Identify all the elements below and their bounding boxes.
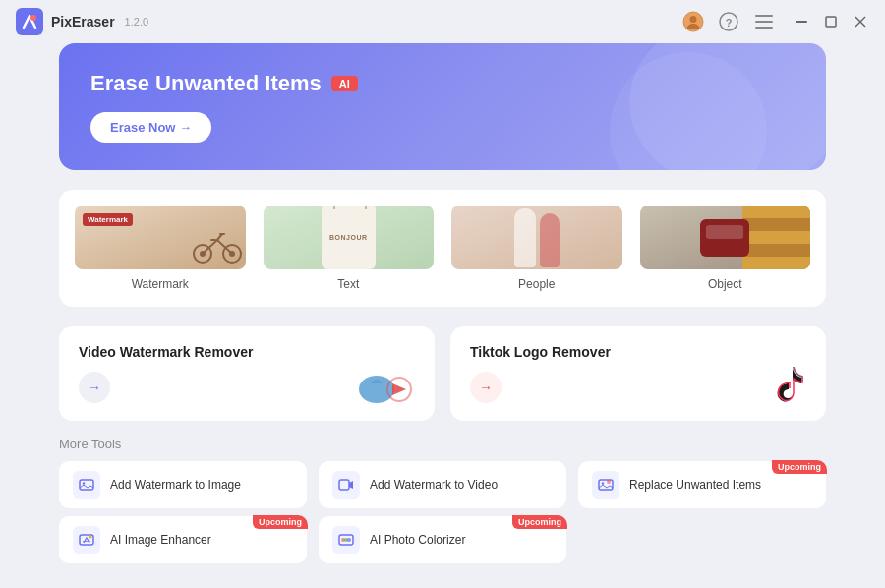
add-watermark-image-icon xyxy=(73,471,100,499)
svg-rect-10 xyxy=(826,17,836,27)
profile-icon[interactable] xyxy=(682,11,704,32)
tiktok-logo-button[interactable]: → xyxy=(470,372,502,403)
more-tools-section: More Tools Add Watermark to Image xyxy=(59,437,826,563)
svg-point-1 xyxy=(30,15,36,21)
svg-rect-8 xyxy=(755,27,773,29)
svg-point-24 xyxy=(602,482,604,484)
upcoming-badge-2: Upcoming xyxy=(253,515,308,529)
people-thumbnail xyxy=(451,206,622,269)
svg-rect-7 xyxy=(755,21,773,23)
tiktok-logo-card[interactable]: Tiktok Logo Remover → xyxy=(450,326,826,421)
svg-rect-9 xyxy=(796,21,807,23)
add-watermark-video-item[interactable]: Add Watermark to Video xyxy=(319,461,566,508)
titlebar: PixEraser 1.2.0 ? xyxy=(0,0,885,43)
ai-photo-colorizer-label: AI Photo Colorizer xyxy=(370,533,465,547)
help-icon[interactable]: ? xyxy=(718,11,739,32)
tool-cards-section: Video Watermark Remover → Tiktok Logo Re… xyxy=(59,326,826,421)
replace-unwanted-item[interactable]: Upcoming Replace Unwanted Items xyxy=(578,461,826,508)
watermark-label: Watermark xyxy=(132,277,189,291)
more-tools-label: More Tools xyxy=(59,437,826,451)
bike-icon xyxy=(193,226,242,265)
ai-image-enhancer-label: AI Image Enhancer xyxy=(110,533,211,547)
add-watermark-video-icon xyxy=(332,471,360,499)
svg-rect-0 xyxy=(16,8,43,35)
app-name: PixEraser xyxy=(51,14,115,29)
hero-banner: Erase Unwanted Items AI Erase Now → xyxy=(59,43,826,170)
svg-rect-6 xyxy=(755,15,773,17)
replace-unwanted-icon xyxy=(592,471,620,499)
video-icon xyxy=(355,366,419,411)
window-controls xyxy=(793,13,869,30)
category-object[interactable]: Object xyxy=(640,206,811,291)
svg-marker-18 xyxy=(392,383,406,395)
erase-now-button[interactable]: Erase Now → xyxy=(90,112,211,143)
ai-badge: AI xyxy=(331,76,358,91)
menu-icon[interactable] xyxy=(753,11,775,32)
ai-photo-colorizer-item[interactable]: Upcoming AI Photo Colorizer xyxy=(319,516,566,563)
ai-image-enhancer-item[interactable]: Upcoming AI Image Enhancer xyxy=(59,516,307,563)
watermark-thumbnail: Watermark xyxy=(75,206,246,269)
category-watermark[interactable]: Watermark Watermark xyxy=(75,206,246,291)
upcoming-badge-1: Upcoming xyxy=(772,460,827,474)
video-watermark-button[interactable]: → xyxy=(79,372,110,403)
text-label: Text xyxy=(337,277,359,291)
person-2-shape xyxy=(540,213,560,267)
app-logo-icon xyxy=(16,8,43,35)
bag-text: BONJOUR xyxy=(329,234,368,241)
add-watermark-video-label: Add Watermark to Video xyxy=(370,478,498,492)
svg-rect-22 xyxy=(339,480,349,490)
upcoming-badge-3: Upcoming xyxy=(512,515,567,529)
svg-point-27 xyxy=(89,536,92,539)
more-tools-row1: Add Watermark to Image Add Watermark to … xyxy=(59,461,826,508)
object-label: Object xyxy=(708,277,742,291)
people-label: People xyxy=(518,277,555,291)
app-version: 1.2.0 xyxy=(125,16,148,28)
person-1-shape xyxy=(514,208,536,267)
bag-shape: BONJOUR xyxy=(322,206,376,269)
svg-text:?: ? xyxy=(726,17,733,29)
car-shape xyxy=(700,219,749,257)
svg-point-21 xyxy=(83,482,85,484)
text-thumbnail: BONJOUR xyxy=(264,206,435,269)
hero-title-text: Erase Unwanted Items xyxy=(90,71,322,96)
more-tools-row2: Upcoming AI Image Enhancer Upcoming xyxy=(59,516,826,563)
main-content: Erase Unwanted Items AI Erase Now → Wate… xyxy=(0,43,885,588)
ai-photo-colorizer-icon xyxy=(332,526,360,554)
maximize-button[interactable] xyxy=(822,13,840,30)
hero-title: Erase Unwanted Items AI xyxy=(90,71,795,96)
close-button[interactable] xyxy=(852,13,869,30)
titlebar-left: PixEraser 1.2.0 xyxy=(16,8,148,35)
category-text[interactable]: BONJOUR Text xyxy=(264,206,435,291)
replace-unwanted-label: Replace Unwanted Items xyxy=(629,478,761,492)
categories-section: Watermark Watermark BONJOUR xyxy=(59,190,826,307)
category-people[interactable]: People xyxy=(451,206,622,291)
video-watermark-title: Video Watermark Remover xyxy=(79,344,415,360)
watermark-badge: Watermark xyxy=(83,213,133,226)
svg-point-31 xyxy=(347,538,351,542)
svg-point-25 xyxy=(607,480,611,484)
stripe-pattern xyxy=(742,206,810,269)
minimize-button[interactable] xyxy=(793,13,810,30)
titlebar-right: ? xyxy=(682,11,869,32)
object-thumbnail xyxy=(640,206,811,269)
svg-rect-20 xyxy=(80,480,93,490)
ai-image-enhancer-icon xyxy=(73,526,100,554)
svg-point-3 xyxy=(690,16,697,23)
video-watermark-card[interactable]: Video Watermark Remover → xyxy=(59,326,435,421)
add-watermark-image-item[interactable]: Add Watermark to Image xyxy=(59,461,307,508)
tiktok-logo-title: Tiktok Logo Remover xyxy=(470,344,806,360)
tiktok-icon xyxy=(767,364,810,411)
add-watermark-image-label: Add Watermark to Image xyxy=(110,478,241,492)
